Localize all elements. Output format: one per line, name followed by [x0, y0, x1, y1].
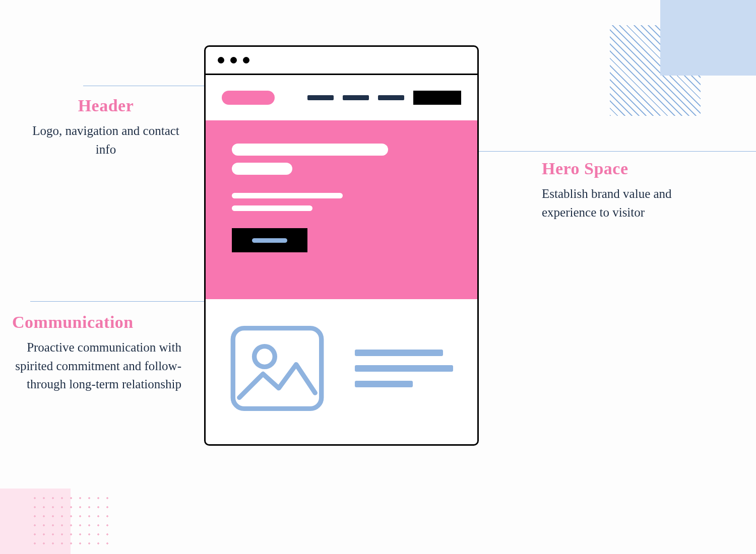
text-line-placeholder [355, 365, 453, 372]
hero-button-label-placeholder [252, 238, 287, 243]
nav-link-placeholder [343, 95, 369, 100]
annotation-communication: Communication Proactive communication wi… [10, 310, 181, 393]
text-line-placeholder [355, 381, 413, 387]
nav-link-placeholder [378, 95, 404, 100]
dot-pattern [30, 494, 111, 549]
svg-rect-0 [233, 328, 321, 409]
hero-title-placeholder [232, 163, 292, 175]
image-placeholder-icon [230, 324, 325, 412]
leader-line-hero [444, 151, 756, 152]
annotation-hero-title: Hero Space [542, 156, 693, 181]
annotation-communication-body: Proactive communication with spirited co… [10, 338, 181, 393]
decoration-top-right [610, 0, 756, 106]
annotation-hero: Hero Space Establish brand value and exp… [542, 156, 693, 222]
wireframe-hero [206, 120, 477, 299]
text-lines-placeholder [355, 350, 453, 387]
window-control-dot [218, 57, 224, 63]
annotation-header-body: Logo, navigation and contact info [30, 122, 181, 159]
nav-placeholder [307, 91, 461, 105]
window-control-dot [230, 57, 237, 63]
hero-button-placeholder [232, 228, 307, 252]
browser-wireframe [204, 45, 479, 446]
nav-link-placeholder [307, 95, 334, 100]
hero-title-placeholder [232, 144, 388, 156]
logo-placeholder [222, 91, 275, 105]
window-control-dot [243, 57, 249, 63]
svg-point-1 [255, 347, 275, 367]
browser-chrome [206, 47, 477, 75]
annotation-header-title: Header [30, 93, 181, 118]
decoration-bottom-left [0, 458, 111, 554]
annotation-hero-body: Establish brand value and experience to … [542, 185, 693, 222]
annotation-header: Header Logo, navigation and contact info [30, 93, 181, 159]
annotation-communication-title: Communication [12, 310, 181, 334]
nav-cta-placeholder [413, 91, 461, 105]
hero-subtitle-placeholder [232, 193, 343, 198]
text-line-placeholder [355, 350, 443, 356]
blue-block [660, 0, 756, 76]
wireframe-communication [206, 299, 477, 438]
wireframe-header [206, 75, 477, 120]
hero-subtitle-placeholder [232, 205, 312, 211]
leader-line-communication [30, 301, 232, 302]
